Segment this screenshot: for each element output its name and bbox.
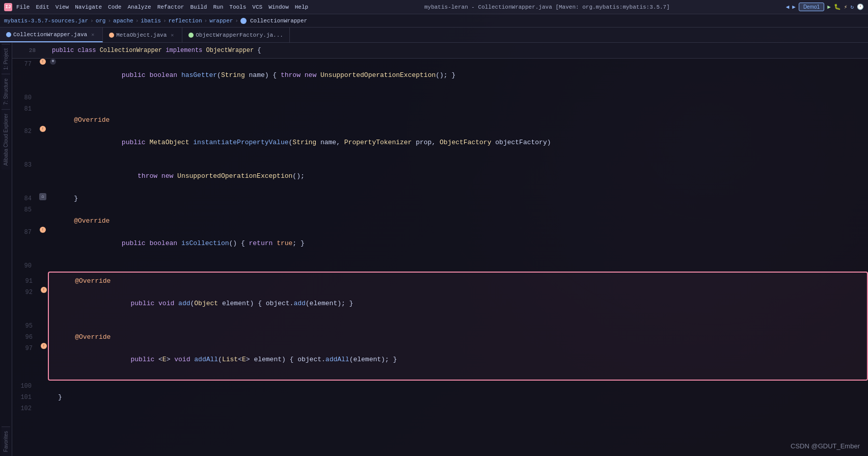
- line-num-77: 77: [12, 59, 38, 70]
- gutter-icon-97[interactable]: ↑: [41, 343, 47, 349]
- sidebar-favorites[interactable]: Favorites: [2, 426, 10, 456]
- menu-build[interactable]: Build: [190, 4, 207, 10]
- menu-file[interactable]: File: [16, 4, 30, 10]
- code-row-102: 102: [12, 403, 868, 414]
- menu-bar[interactable]: File Edit View Navigate Code Analyze Ref…: [16, 4, 308, 10]
- code-row-100: 100: [12, 381, 868, 392]
- sidebar-structure[interactable]: 7: Structure: [2, 74, 10, 109]
- demo-button[interactable]: Demo1: [799, 3, 824, 11]
- line-num-96: 96: [13, 332, 39, 343]
- main-area: 1: Project 7: Structure Alibaba Cloud Ex…: [0, 43, 868, 456]
- forward-icon[interactable]: ▶: [792, 4, 796, 10]
- menu-tools[interactable]: Tools: [229, 4, 246, 10]
- breadcrumb-sep-3: ›: [163, 18, 167, 24]
- code-row-override-82: @Override: [12, 115, 868, 126]
- tab-meta-object[interactable]: MetaObject.java ✕: [103, 28, 182, 42]
- build-icon[interactable]: ⚡: [844, 4, 848, 10]
- tab-close-0[interactable]: ✕: [89, 31, 96, 38]
- code-row-91-override: 91 @Override: [13, 276, 867, 287]
- gutter-icon-92[interactable]: ↑: [41, 287, 47, 293]
- clock-icon[interactable]: 🕐: [857, 4, 864, 10]
- menu-edit[interactable]: Edit: [36, 4, 49, 10]
- fold-icon-77[interactable]: +: [50, 59, 56, 65]
- class-header-code: public class CollectionWrapper implement…: [52, 45, 261, 56]
- line-num-91: 91: [13, 276, 39, 287]
- line-num-83: 83: [12, 159, 38, 171]
- menu-navigate[interactable]: Navigate: [75, 4, 102, 10]
- code-row-96-override: 96 @Override: [13, 332, 867, 343]
- breadcrumb-current: CollectionWrapper: [250, 18, 307, 24]
- tab-dot-0: [6, 32, 11, 37]
- code-row-87: 87 ↑ public boolean isCollection() { ret…: [12, 227, 868, 260]
- sidebar-alibaba[interactable]: Alibaba Cloud Explorer: [2, 109, 10, 170]
- code-row-85: 85: [12, 204, 868, 216]
- breadcrumb-jar[interactable]: mybatis-3.5.7-sources.jar: [4, 18, 88, 24]
- code-row-90: 90: [12, 260, 868, 272]
- breadcrumb-org[interactable]: org: [96, 18, 106, 24]
- breadcrumb-reflection[interactable]: reflection: [169, 18, 202, 24]
- tab-close-1[interactable]: ✕: [169, 32, 176, 39]
- tab-label-2: ObjectWrapperFactory.ja...: [196, 32, 283, 38]
- gutter-77[interactable]: ↑: [38, 59, 48, 65]
- line-num-81: 81: [12, 103, 38, 115]
- breadcrumb-ibatis[interactable]: ibatis: [141, 18, 161, 24]
- gutter-92[interactable]: ↑: [39, 287, 49, 293]
- gutter-87[interactable]: ↑: [38, 227, 48, 233]
- code-row-82: 82 ↑ public MetaObject instantiateProper…: [12, 126, 868, 159]
- code-row-101: 101 }: [12, 392, 868, 403]
- back-icon[interactable]: ◀: [786, 4, 790, 10]
- code-row-84: 84 ⌂ }: [12, 193, 868, 204]
- line-num-95: 95: [13, 320, 39, 332]
- breadcrumb-sep-0: ›: [90, 18, 94, 24]
- line-num-80: 80: [12, 92, 38, 103]
- gutter-icon-87[interactable]: ↑: [40, 227, 46, 233]
- line-num-84: 84: [12, 193, 38, 204]
- breadcrumb-wrapper[interactable]: wrapper: [209, 18, 233, 24]
- line-num-100: 100: [12, 381, 38, 392]
- sidebar-panel: 1: Project 7: Structure Alibaba Cloud Ex…: [0, 43, 12, 456]
- fold-icon-84[interactable]: ⌂: [39, 193, 46, 200]
- update-icon[interactable]: ↻: [850, 4, 854, 10]
- gutter-84[interactable]: ⌂: [38, 193, 48, 200]
- code-row-92: 92 ↑ public void add(Object element) { o…: [13, 287, 867, 320]
- gutter-97[interactable]: ↑: [39, 343, 49, 349]
- menu-window[interactable]: Window: [268, 4, 289, 10]
- debug-icon[interactable]: 🐛: [834, 4, 841, 10]
- line-num-82: 82: [12, 126, 38, 137]
- menu-run[interactable]: Run: [213, 4, 223, 10]
- gutter-icon-82[interactable]: ↑: [40, 126, 46, 132]
- gutter-82[interactable]: ↑: [38, 126, 48, 132]
- editor-area: 28 public class CollectionWrapper implem…: [12, 43, 868, 456]
- code-line-override-82: @Override: [58, 115, 868, 126]
- tab-label-0: CollectionWrapper.java: [13, 32, 87, 38]
- menu-refactor[interactable]: Refactor: [157, 4, 184, 10]
- breadcrumb-apache[interactable]: apache: [113, 18, 133, 24]
- window-title: mybatis-leran - CollectionWrapper.java […: [312, 4, 781, 10]
- menu-view[interactable]: View: [56, 4, 69, 10]
- tabs-bar: CollectionWrapper.java ✕ MetaObject.java…: [0, 28, 868, 43]
- code-row-80: 80: [12, 92, 868, 103]
- code-line-97: public <E> void addAll(List<E> element) …: [59, 343, 867, 377]
- sidebar-project[interactable]: 1: Project: [2, 44, 10, 74]
- tab-object-wrapper-factory[interactable]: ObjectWrapperFactory.ja...: [182, 28, 290, 42]
- run-icon[interactable]: ▶: [827, 4, 831, 10]
- menu-vcs[interactable]: VCS: [252, 4, 262, 10]
- tab-collection-wrapper[interactable]: CollectionWrapper.java ✕: [0, 28, 103, 42]
- code-line-override-87: @Override: [58, 216, 868, 227]
- code-line-96: @Override: [59, 332, 867, 343]
- line-num-102: 102: [12, 403, 38, 414]
- class-header-row: 28 public class CollectionWrapper implem…: [12, 43, 868, 59]
- fold-77[interactable]: +: [48, 59, 58, 65]
- gutter-icon-77[interactable]: ↑: [40, 59, 46, 65]
- menu-analyze[interactable]: Analyze: [127, 4, 151, 10]
- code-container: 28 public class CollectionWrapper implem…: [12, 43, 868, 414]
- code-row-81: 81: [12, 103, 868, 115]
- code-line-91: @Override: [59, 276, 867, 287]
- code-line-84: }: [58, 193, 868, 204]
- code-line-82: public MetaObject instantiatePropertyVal…: [58, 126, 868, 159]
- menu-help[interactable]: Help: [295, 4, 308, 10]
- code-row-83: 83 throw new UnsupportedOperationExcepti…: [12, 159, 868, 193]
- line-num-101: 101: [12, 392, 38, 403]
- menu-code[interactable]: Code: [108, 4, 121, 10]
- tab-dot-2: [188, 33, 194, 38]
